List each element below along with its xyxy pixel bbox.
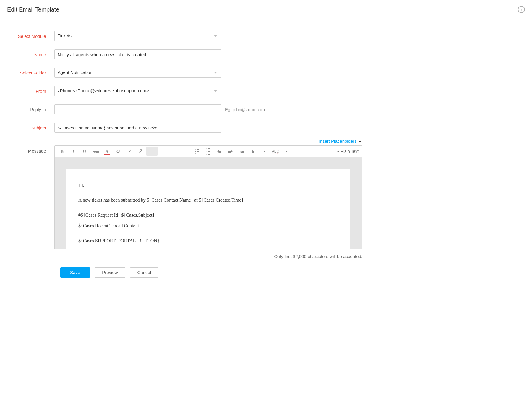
unordered-list-icon[interactable] — [191, 147, 202, 156]
insert-placeholders-row: Insert Placeholders — [7, 139, 362, 144]
editor-line: Hi, — [78, 181, 338, 190]
clear-formatting-icon[interactable] — [135, 147, 146, 156]
ordered-list-icon[interactable]: 123 — [202, 147, 214, 156]
editor-container: B I U abc A F — [54, 145, 362, 249]
row-reply-to: Reply to : Eg. john@zoho.com — [7, 104, 362, 114]
cancel-button[interactable]: Cancel — [130, 267, 159, 278]
label-subject: Subject : — [7, 125, 54, 130]
input-name[interactable] — [54, 49, 221, 59]
info-icon[interactable]: i — [518, 6, 525, 13]
label-reply-to: Reply to : — [7, 107, 54, 112]
row-subject: Subject : — [7, 123, 362, 133]
link-insert-placeholders[interactable]: Insert Placeholders — [319, 139, 361, 144]
remove-format-icon[interactable]: A — [236, 147, 247, 156]
caret-down-icon — [359, 141, 361, 142]
form-container: Select Module : Tickets Name : Select Fo… — [0, 19, 369, 285]
input-subject[interactable] — [54, 123, 221, 133]
editor-line: ${Cases.SUPPORT_PORTAL_BUTTON} — [78, 236, 338, 245]
increase-indent-icon[interactable] — [225, 147, 236, 156]
align-left-icon[interactable] — [146, 147, 158, 156]
label-from: From : — [7, 89, 54, 94]
label-select-folder: Select Folder : — [7, 70, 54, 75]
underline-icon[interactable]: U — [79, 147, 90, 156]
label-message: Message : — [7, 145, 54, 153]
strikethrough-icon[interactable]: abc — [90, 147, 101, 156]
more-dropdown-icon[interactable] — [259, 147, 270, 156]
editor-page[interactable]: Hi, A new ticket has been submitted by $… — [66, 169, 350, 249]
row-message: Message : B I U abc A F — [7, 145, 362, 259]
svg-text:A: A — [240, 150, 242, 153]
editor-toolbar: B I U abc A F — [55, 146, 362, 157]
save-button[interactable]: Save — [60, 267, 90, 278]
editor-line: ${Cases.Recent Thread Content} — [78, 221, 338, 230]
editor-line: #${Cases.Request Id} ${Cases.Subject} — [78, 211, 338, 220]
button-row: Save Preview Cancel — [60, 267, 362, 278]
italic-icon[interactable]: I — [68, 147, 79, 156]
editor-body[interactable]: Hi, A new ticket has been submitted by $… — [55, 157, 362, 249]
align-center-icon[interactable] — [158, 147, 169, 156]
align-right-icon[interactable] — [169, 147, 180, 156]
label-name: Name : — [7, 52, 54, 57]
font-family-icon[interactable]: F — [124, 147, 135, 156]
decrease-indent-icon[interactable] — [214, 147, 225, 156]
font-color-icon[interactable]: A — [101, 147, 113, 156]
editor-line: A new ticket has been submitted by ${Cas… — [78, 196, 338, 205]
input-reply-to[interactable] — [54, 104, 221, 114]
select-from[interactable]: zPhone<zPhone@zylcares.zohosupport.com> — [54, 86, 221, 96]
row-from: From : zPhone<zPhone@zylcares.zohosuppor… — [7, 86, 362, 96]
row-name: Name : — [7, 49, 362, 59]
background-color-icon[interactable] — [113, 147, 124, 156]
image-icon[interactable] — [247, 147, 259, 156]
spellcheck-icon[interactable]: ABC — [270, 147, 281, 156]
bold-icon[interactable]: B — [56, 147, 68, 156]
row-select-folder: Select Folder : Agent Notification — [7, 68, 362, 78]
label-select-module: Select Module : — [7, 34, 54, 39]
row-select-module: Select Module : Tickets — [7, 31, 362, 41]
hint-reply-to: Eg. john@zoho.com — [225, 107, 265, 112]
spellcheck-dropdown-icon[interactable] — [281, 147, 292, 156]
page-title: Edit Email Template — [7, 6, 59, 13]
plain-text-toggle[interactable]: Plain Text — [335, 149, 360, 154]
page-header: Edit Email Template i — [0, 0, 532, 19]
select-module[interactable]: Tickets — [54, 31, 221, 41]
char-limit-note: Only first 32,000 characters will be acc… — [54, 254, 362, 259]
select-folder[interactable]: Agent Notification — [54, 68, 221, 78]
align-justify-icon[interactable] — [180, 147, 191, 156]
preview-button[interactable]: Preview — [95, 267, 125, 278]
